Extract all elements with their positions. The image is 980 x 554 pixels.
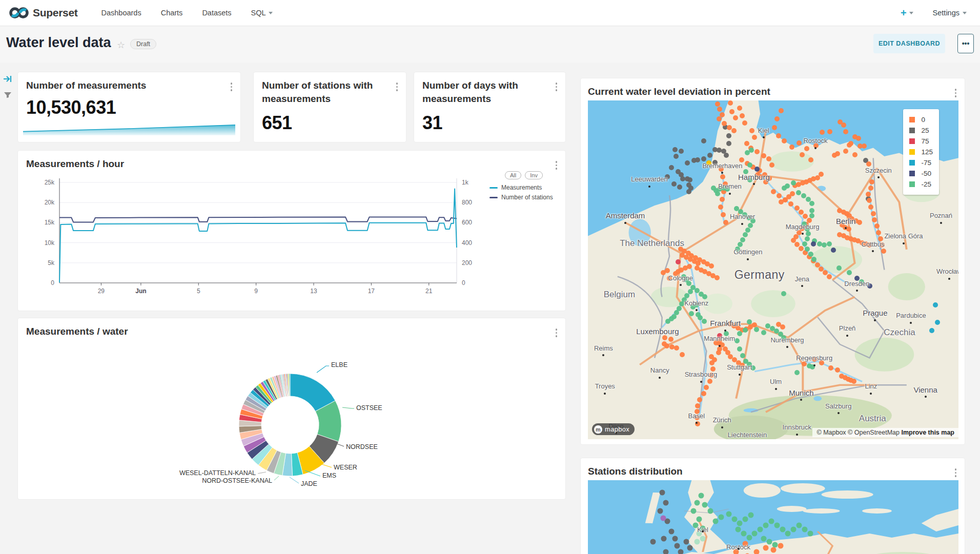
svg-text:15k: 15k bbox=[45, 219, 55, 226]
legend-item[interactable]: Number of stations bbox=[489, 194, 577, 201]
svg-text:Jun: Jun bbox=[135, 288, 146, 295]
station-dot bbox=[743, 232, 748, 237]
svg-text:NORDSEE: NORDSEE bbox=[346, 443, 378, 450]
station-dot bbox=[691, 508, 697, 514]
svg-text:NORD-OSTSEE-KANAL: NORD-OSTSEE-KANAL bbox=[202, 477, 272, 484]
edit-dashboard-button[interactable]: EDIT DASHBOARD bbox=[873, 34, 945, 53]
map-label: Nancy bbox=[650, 366, 669, 374]
stations-map[interactable]: KielRostockBremerhaven bbox=[588, 480, 958, 554]
card-measurements-per-water: Measurements / water ELBEOSTSEENORDSEEWE… bbox=[17, 318, 566, 500]
new-item-button[interactable]: + bbox=[901, 7, 913, 19]
station-dot bbox=[796, 190, 801, 195]
station-dot bbox=[714, 275, 720, 280]
station-dot bbox=[718, 204, 723, 210]
station-dot bbox=[709, 354, 714, 359]
station-dot bbox=[783, 197, 788, 202]
favorite-star-icon[interactable]: ☆ bbox=[117, 39, 125, 51]
svg-text:ELBE: ELBE bbox=[331, 361, 348, 368]
card-menu-button[interactable] bbox=[554, 80, 560, 93]
station-dot bbox=[802, 527, 807, 532]
dashboard-more-button[interactable]: ••• bbox=[957, 34, 974, 53]
station-dot bbox=[761, 330, 766, 335]
station-dot bbox=[843, 129, 848, 134]
card-menu-button[interactable] bbox=[394, 80, 400, 93]
station-dot bbox=[857, 220, 862, 225]
station-dot bbox=[754, 327, 759, 332]
nav-items: Dashboards Charts Datasets SQL bbox=[101, 9, 272, 17]
settings-menu[interactable]: Settings bbox=[933, 9, 967, 17]
map-label: Regensburg bbox=[796, 354, 832, 362]
station-dot bbox=[672, 536, 678, 542]
nav-dashboards[interactable]: Dashboards bbox=[101, 9, 141, 17]
svg-text:13: 13 bbox=[310, 288, 317, 295]
superset-logo[interactable]: Superset bbox=[9, 6, 77, 19]
svg-text:1k: 1k bbox=[462, 179, 469, 186]
svg-text:10k: 10k bbox=[45, 239, 55, 247]
station-dot bbox=[867, 198, 872, 203]
station-dot bbox=[713, 519, 719, 524]
station-dot bbox=[742, 120, 747, 126]
map-legend-item: -25 bbox=[909, 179, 933, 190]
svg-text:0: 0 bbox=[462, 279, 465, 286]
nav-datasets[interactable]: Datasets bbox=[202, 9, 231, 17]
station-dot bbox=[780, 527, 785, 532]
card-menu-button[interactable] bbox=[953, 87, 959, 99]
station-dot bbox=[805, 236, 810, 241]
legend-item[interactable]: Measurements bbox=[489, 184, 577, 191]
station-dot bbox=[872, 217, 877, 222]
improve-map-link[interactable]: Improve this map bbox=[902, 429, 955, 436]
svg-text:WESER: WESER bbox=[334, 464, 357, 471]
legend-inv-button[interactable]: Inv bbox=[525, 171, 543, 179]
station-dot bbox=[868, 186, 873, 191]
station-dot bbox=[778, 543, 783, 549]
station-dot bbox=[728, 100, 733, 106]
map-label: Reims bbox=[594, 344, 613, 352]
station-dot bbox=[794, 370, 800, 375]
map-label: Wrocław bbox=[936, 268, 958, 275]
svg-text:EMS: EMS bbox=[322, 472, 336, 479]
station-dot bbox=[754, 149, 760, 154]
line-chart: 05k10k15k20k25k02004006008001k29Jun59131… bbox=[18, 169, 566, 305]
station-dot bbox=[770, 547, 776, 553]
station-dot bbox=[695, 500, 700, 506]
page-title: Water level data bbox=[6, 35, 111, 51]
nav-sql[interactable]: SQL bbox=[251, 9, 273, 17]
station-dot bbox=[785, 531, 791, 537]
station-dot bbox=[820, 130, 825, 135]
card-menu-button[interactable] bbox=[229, 80, 235, 93]
station-dot bbox=[717, 116, 722, 121]
deviation-map[interactable]: LeeuwardenAmsterdamThe NetherlandsBelgiu… bbox=[588, 100, 958, 439]
dashboard-header: Water level data ☆ Draft EDIT DASHBOARD … bbox=[0, 26, 980, 63]
station-dot bbox=[674, 345, 679, 351]
station-dot bbox=[749, 148, 754, 153]
station-dot bbox=[935, 320, 940, 325]
svg-text:5k: 5k bbox=[48, 259, 55, 266]
map-label: Salzburg bbox=[825, 402, 851, 409]
filter-icon[interactable] bbox=[4, 91, 12, 100]
station-dot bbox=[696, 517, 702, 522]
map-label: Prague bbox=[863, 309, 887, 317]
station-dot bbox=[737, 106, 742, 111]
nav-charts[interactable]: Charts bbox=[161, 9, 183, 17]
mapbox-logo[interactable]: mmapbox bbox=[592, 423, 635, 435]
map-label: Rostock bbox=[803, 136, 827, 144]
expand-filters-icon[interactable] bbox=[3, 75, 12, 85]
station-dot bbox=[701, 138, 706, 143]
station-dot bbox=[707, 508, 713, 514]
map-label: Vienna bbox=[913, 385, 937, 394]
legend-all-button[interactable]: All bbox=[505, 171, 521, 179]
station-dot bbox=[743, 517, 748, 522]
card-menu-button[interactable] bbox=[953, 466, 959, 479]
station-dot bbox=[766, 156, 771, 161]
map-label: Zürich bbox=[713, 416, 731, 424]
map-label: Berlin bbox=[836, 216, 855, 225]
svg-text:WESEL-DATTELN-KANAL: WESEL-DATTELN-KANAL bbox=[179, 469, 256, 477]
station-dot bbox=[772, 125, 777, 130]
map-label: Troyes bbox=[595, 382, 615, 390]
station-dot bbox=[806, 231, 811, 236]
station-dot bbox=[668, 529, 674, 535]
station-dot bbox=[717, 107, 722, 112]
map-legend-item: -50 bbox=[909, 168, 933, 179]
map-label: Plzeň bbox=[839, 324, 856, 332]
station-dot bbox=[726, 511, 731, 517]
